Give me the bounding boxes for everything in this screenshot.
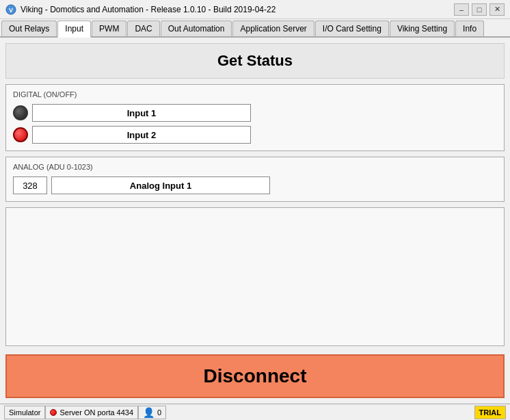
input-2-field[interactable]: [32, 126, 251, 144]
tab-application-server[interactable]: Application Server: [232, 21, 314, 36]
spacer-panel: [5, 207, 505, 346]
tab-io-card-setting[interactable]: I/O Card Setting: [315, 21, 389, 36]
trial-badge: TRIAL: [474, 406, 506, 419]
user-icon: 👤: [143, 407, 155, 418]
panels-area: DIGITAL (ON/OFF) ANALOG (ADU 0-1023): [5, 84, 505, 346]
server-status-dot: [50, 409, 57, 416]
status-bar: Simulator Server ON porta 4434 👤 0 TRIAL: [0, 404, 510, 420]
close-button[interactable]: ✕: [489, 3, 505, 16]
server-status-segment: Server ON porta 4434: [45, 406, 138, 419]
analog-input-1-field[interactable]: [51, 176, 270, 194]
tab-input[interactable]: Input: [57, 21, 91, 38]
led-input-1: [13, 105, 28, 120]
title-bar: V Viking - Domotics and Automation - Rel…: [0, 0, 510, 19]
app-icon: V: [5, 4, 16, 15]
tab-out-automation[interactable]: Out Automation: [161, 21, 232, 36]
user-count-text: 0: [157, 408, 161, 417]
tab-out-relays[interactable]: Out Relays: [1, 21, 57, 36]
tab-dac[interactable]: DAC: [127, 21, 159, 36]
disconnect-area: Disconnect: [0, 349, 510, 404]
analog-value-field[interactable]: [13, 176, 47, 194]
led-input-2: [13, 127, 28, 142]
window-controls: – □ ✕: [454, 3, 505, 16]
analog-input-row-1: [13, 176, 497, 194]
digital-panel: DIGITAL (ON/OFF): [5, 84, 505, 151]
svg-text:V: V: [9, 7, 13, 14]
window-title: Viking - Domotics and Automation - Relea…: [21, 5, 276, 14]
main-content: Get Status DIGITAL (ON/OFF) ANALOG (ADU …: [0, 38, 510, 404]
simulator-label: Simulator: [9, 408, 40, 417]
analog-panel: ANALOG (ADU 0-1023): [5, 157, 505, 202]
input-1-field[interactable]: [32, 104, 251, 122]
tab-bar: Out Relays Input PWM DAC Out Automation …: [0, 19, 510, 38]
server-status-text: Server ON porta 4434: [59, 408, 133, 417]
disconnect-button[interactable]: Disconnect: [5, 354, 505, 398]
minimize-button[interactable]: –: [454, 3, 469, 16]
title-bar-left: V Viking - Domotics and Automation - Rel…: [5, 4, 276, 15]
digital-section-label: DIGITAL (ON/OFF): [13, 90, 497, 99]
simulator-segment: Simulator: [4, 406, 45, 419]
digital-input-row-2: [13, 126, 497, 144]
tab-pwm[interactable]: PWM: [92, 21, 126, 36]
digital-input-row-1: [13, 104, 497, 122]
user-count-segment: 👤 0: [138, 406, 166, 419]
get-status-header: Get Status: [5, 43, 505, 79]
tab-viking-setting[interactable]: Viking Setting: [390, 21, 455, 36]
analog-section-label: ANALOG (ADU 0-1023): [13, 163, 497, 171]
tab-info[interactable]: Info: [455, 21, 484, 36]
maximize-button[interactable]: □: [472, 3, 487, 16]
